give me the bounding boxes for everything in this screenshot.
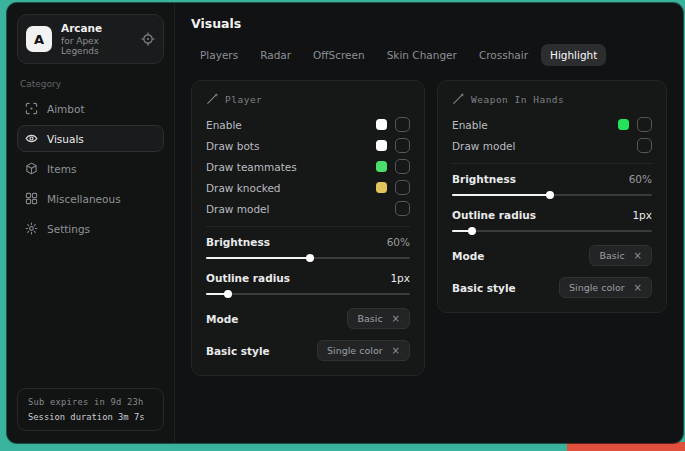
sub-expires-text: Sub expires in 9d 23h bbox=[28, 397, 153, 407]
sidebar-item-label: Settings bbox=[47, 223, 90, 235]
sidebar-item-miscellaneous[interactable]: Miscellaneous bbox=[17, 185, 164, 212]
sidebar-item-items[interactable]: Items bbox=[17, 155, 164, 182]
toggle-row-draw-model: Draw model bbox=[452, 135, 652, 156]
main-panel: Visuals Players Radar OffScreen Skin Cha… bbox=[175, 3, 683, 443]
app-subtitle: for Apex Legends bbox=[61, 36, 132, 56]
close-icon[interactable]: × bbox=[634, 283, 642, 293]
tab-offscreen[interactable]: OffScreen bbox=[304, 44, 374, 66]
app-window: A Arcane for Apex Legends Category bbox=[7, 3, 683, 443]
select-row-mode: Mode Basic × bbox=[206, 308, 410, 329]
close-icon[interactable]: × bbox=[392, 346, 400, 356]
slider-value: 1px bbox=[632, 209, 652, 221]
select-row-basic-style: Basic style Single color × bbox=[452, 277, 652, 298]
divider bbox=[206, 226, 410, 227]
slider-thumb[interactable] bbox=[306, 254, 314, 262]
tab-highlight[interactable]: Highlight bbox=[541, 44, 606, 66]
color-swatch[interactable] bbox=[618, 119, 629, 130]
brightness-slider[interactable] bbox=[206, 257, 410, 259]
tab-bar: Players Radar OffScreen Skin Changer Cro… bbox=[191, 44, 667, 66]
tab-crosshair[interactable]: Crosshair bbox=[470, 44, 537, 66]
checkbox[interactable] bbox=[395, 201, 410, 216]
select-row-basic-style: Basic style Single color × bbox=[206, 340, 410, 361]
tab-skin-changer[interactable]: Skin Changer bbox=[378, 44, 466, 66]
checkbox[interactable] bbox=[395, 117, 410, 132]
mode-select[interactable]: Basic × bbox=[347, 308, 410, 329]
checkbox[interactable] bbox=[395, 180, 410, 195]
card-title: Weapon In Hands bbox=[471, 94, 564, 105]
slider-label: Outline radius bbox=[206, 272, 290, 284]
toggle-label: Draw teammates bbox=[206, 161, 297, 173]
toggle-label: Draw knocked bbox=[206, 182, 281, 194]
outline-radius-slider[interactable] bbox=[452, 230, 652, 232]
select-value: Basic bbox=[599, 250, 624, 261]
sidebar-item-label: Aimbot bbox=[47, 103, 85, 115]
sidebar-item-aimbot[interactable]: Aimbot bbox=[17, 95, 164, 122]
sidebar-item-visuals[interactable]: Visuals bbox=[17, 125, 164, 152]
miscellaneous-icon bbox=[25, 192, 38, 205]
sidebar-item-settings[interactable]: Settings bbox=[17, 215, 164, 242]
mode-select[interactable]: Basic × bbox=[589, 245, 652, 266]
toggle-label: Enable bbox=[452, 119, 488, 131]
session-duration-text: Session duration 3m 7s bbox=[28, 412, 153, 422]
toggle-row-draw-teammates: Draw teammates bbox=[206, 156, 410, 177]
slider-label: Outline radius bbox=[452, 209, 536, 221]
select-row-mode: Mode Basic × bbox=[452, 245, 652, 266]
slider-group-outline-radius: Outline radius 1px bbox=[452, 209, 652, 232]
slider-group-brightness: Brightness 60% bbox=[452, 173, 652, 196]
slider-group-brightness: Brightness 60% bbox=[206, 236, 410, 259]
select-label: Mode bbox=[452, 250, 484, 262]
subscription-info-box: Sub expires in 9d 23h Session duration 3… bbox=[17, 388, 164, 431]
brightness-slider[interactable] bbox=[452, 194, 652, 196]
slider-thumb[interactable] bbox=[224, 290, 232, 298]
weapon-in-hands-card: Weapon In Hands Enable Draw model bbox=[437, 80, 667, 313]
color-swatch[interactable] bbox=[376, 161, 387, 172]
toggle-row-draw-knocked: Draw knocked bbox=[206, 177, 410, 198]
card-title: Player bbox=[225, 94, 262, 105]
basic-style-select[interactable]: Single color × bbox=[559, 277, 652, 298]
toggle-label: Draw model bbox=[452, 140, 515, 152]
target-icon[interactable] bbox=[141, 32, 155, 46]
outline-radius-slider[interactable] bbox=[206, 293, 410, 295]
checkbox[interactable] bbox=[395, 159, 410, 174]
checkbox[interactable] bbox=[395, 138, 410, 153]
sidebar-nav: Aimbot Visuals Items bbox=[17, 95, 164, 242]
tab-players[interactable]: Players bbox=[191, 44, 247, 66]
page-title: Visuals bbox=[191, 16, 667, 31]
select-label: Basic style bbox=[206, 345, 270, 357]
select-value: Single color bbox=[327, 345, 383, 356]
toggle-row-draw-bots: Draw bots bbox=[206, 135, 410, 156]
slider-value: 1px bbox=[390, 272, 410, 284]
toggle-label: Draw bots bbox=[206, 140, 259, 152]
close-icon[interactable]: × bbox=[634, 251, 642, 261]
checkbox[interactable] bbox=[637, 138, 652, 153]
select-value: Single color bbox=[569, 282, 625, 293]
aimbot-icon bbox=[25, 102, 38, 115]
color-swatch[interactable] bbox=[376, 119, 387, 130]
basic-style-select[interactable]: Single color × bbox=[317, 340, 410, 361]
app-name: Arcane bbox=[61, 22, 132, 34]
toggle-label: Enable bbox=[206, 119, 242, 131]
settings-gear-icon bbox=[25, 222, 38, 235]
select-label: Basic style bbox=[452, 282, 516, 294]
select-label: Mode bbox=[206, 313, 238, 325]
app-header-card: A Arcane for Apex Legends bbox=[17, 14, 164, 64]
close-icon[interactable]: × bbox=[392, 314, 400, 324]
wand-icon bbox=[452, 93, 464, 105]
checkbox[interactable] bbox=[637, 117, 652, 132]
app-logo: A bbox=[26, 26, 52, 52]
category-label: Category bbox=[20, 79, 164, 89]
toggle-row-enable: Enable bbox=[452, 114, 652, 135]
slider-label: Brightness bbox=[452, 173, 516, 185]
tab-radar[interactable]: Radar bbox=[251, 44, 300, 66]
slider-thumb[interactable] bbox=[546, 191, 554, 199]
color-swatch[interactable] bbox=[376, 140, 387, 151]
sidebar-item-label: Items bbox=[47, 163, 76, 175]
slider-thumb[interactable] bbox=[468, 227, 476, 235]
wand-icon bbox=[206, 93, 218, 105]
player-settings-card: Player Enable Draw bots bbox=[191, 80, 425, 376]
slider-value: 60% bbox=[629, 173, 652, 185]
toggle-label: Draw model bbox=[206, 203, 269, 215]
sidebar: A Arcane for Apex Legends Category bbox=[7, 3, 175, 443]
slider-value: 60% bbox=[387, 236, 410, 248]
color-swatch[interactable] bbox=[376, 182, 387, 193]
